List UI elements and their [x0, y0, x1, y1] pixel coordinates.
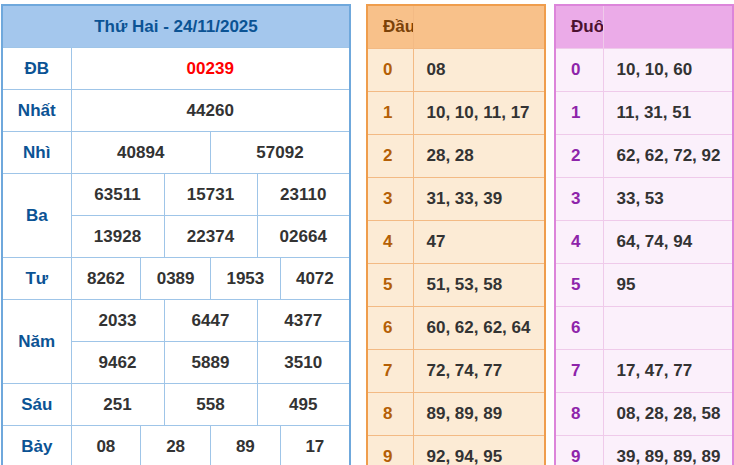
dau-numbers: 72, 74, 77	[413, 350, 545, 393]
duoi-row: 333, 53	[555, 178, 733, 221]
prize-row: Năm203364474377	[2, 300, 350, 342]
prize-value: 8262	[71, 258, 141, 300]
dau-digit: 3	[367, 178, 413, 221]
dau-digit: 5	[367, 264, 413, 307]
duoi-digit: 0	[555, 49, 603, 92]
dau-digit: 7	[367, 350, 413, 393]
prize-value: 17	[280, 426, 350, 465]
dau-digit: 6	[367, 307, 413, 350]
duoi-numbers: 17, 47, 77	[603, 350, 733, 393]
duoi-digit: 8	[555, 393, 603, 436]
dau-numbers: 31, 33, 39	[413, 178, 545, 221]
duoi-header-empty	[603, 5, 733, 49]
prize-value: 13928	[71, 216, 164, 258]
prize-row: Nhì4089457092	[2, 132, 350, 174]
draw-date-title: Thứ Hai - 24/11/2025	[2, 5, 350, 48]
prize-value: 495	[257, 384, 350, 426]
dau-numbers: 92, 94, 95	[413, 436, 545, 465]
results-table: Thứ Hai - 24/11/2025 ĐB00239Nhất44260Nhì…	[1, 4, 351, 465]
duoi-numbers: 10, 10, 60	[603, 49, 733, 92]
duoi-digit: 1	[555, 92, 603, 135]
duoi-numbers: 33, 53	[603, 178, 733, 221]
prize-value: 08	[71, 426, 141, 465]
dau-numbers: 47	[413, 221, 545, 264]
prize-value: 6447	[164, 300, 257, 342]
duoi-digit: 2	[555, 135, 603, 178]
dau-digit: 8	[367, 393, 413, 436]
dau-table: Đầu 008110, 10, 11, 17228, 28331, 33, 39…	[366, 4, 546, 465]
dau-digit: 1	[367, 92, 413, 135]
duoi-numbers	[603, 307, 733, 350]
prize-value: 40894	[71, 132, 211, 174]
duoi-row: 6	[555, 307, 733, 350]
duoi-digit: 4	[555, 221, 603, 264]
dau-row: 551, 53, 58	[367, 264, 545, 307]
prize-value: 63511	[71, 174, 164, 216]
prize-value: 0389	[141, 258, 211, 300]
prize-value: 15731	[164, 174, 257, 216]
dau-numbers: 51, 53, 58	[413, 264, 545, 307]
duoi-row: 010, 10, 60	[555, 49, 733, 92]
dau-row: 110, 10, 11, 17	[367, 92, 545, 135]
dau-row: 889, 89, 89	[367, 393, 545, 436]
dau-digit: 0	[367, 49, 413, 92]
prize-row: Nhất44260	[2, 90, 350, 132]
prize-value: 9462	[71, 342, 164, 384]
prize-label: Nhì	[2, 132, 71, 174]
prize-label: ĐB	[2, 48, 71, 90]
prize-value: 2033	[71, 300, 164, 342]
prize-value: 3510	[257, 342, 350, 384]
dau-numbers: 89, 89, 89	[413, 393, 545, 436]
dau-row: 008	[367, 49, 545, 92]
duoi-row: 111, 31, 51	[555, 92, 733, 135]
results-header-row: Thứ Hai - 24/11/2025	[2, 5, 350, 48]
prize-value: 1953	[211, 258, 281, 300]
duoi-row: 595	[555, 264, 733, 307]
dau-numbers: 28, 28	[413, 135, 545, 178]
dau-header-empty	[413, 5, 545, 49]
prize-value: 02664	[257, 216, 350, 258]
prize-label: Nhất	[2, 90, 71, 132]
dau-numbers: 10, 10, 11, 17	[413, 92, 545, 135]
prize-value: 28	[141, 426, 211, 465]
duoi-digit: 7	[555, 350, 603, 393]
prize-label: Ba	[2, 174, 71, 258]
dau-row: 228, 28	[367, 135, 545, 178]
duoi-row: 262, 62, 72, 92	[555, 135, 733, 178]
dau-numbers: 60, 62, 62, 64	[413, 307, 545, 350]
prize-row: Sáu251558495	[2, 384, 350, 426]
duoi-numbers: 39, 89, 89, 89	[603, 436, 733, 465]
prize-label: Bảy	[2, 426, 71, 465]
prize-value: 22374	[164, 216, 257, 258]
prize-row: Ba635111573123110	[2, 174, 350, 216]
duoi-header-label: Đuôi	[555, 5, 603, 49]
prize-value: 251	[71, 384, 164, 426]
duoi-numbers: 11, 31, 51	[603, 92, 733, 135]
prize-value: 00239	[71, 48, 350, 90]
dau-numbers: 08	[413, 49, 545, 92]
duoi-row: 464, 74, 94	[555, 221, 733, 264]
prize-value: 4072	[280, 258, 350, 300]
duoi-numbers: 08, 28, 28, 58	[603, 393, 733, 436]
duoi-numbers: 95	[603, 264, 733, 307]
prize-value: 4377	[257, 300, 350, 342]
prize-label: Năm	[2, 300, 71, 384]
dau-row: 447	[367, 221, 545, 264]
dau-row: 660, 62, 62, 64	[367, 307, 545, 350]
prize-value: 5889	[164, 342, 257, 384]
dau-digit: 4	[367, 221, 413, 264]
prize-value: 23110	[257, 174, 350, 216]
duoi-digit: 3	[555, 178, 603, 221]
duoi-row: 939, 89, 89, 89	[555, 436, 733, 465]
prize-row: Bảy08288917	[2, 426, 350, 465]
dau-row: 772, 74, 77	[367, 350, 545, 393]
duoi-table: Đuôi 010, 10, 60111, 31, 51262, 62, 72, …	[554, 4, 734, 465]
prize-value: 89	[211, 426, 281, 465]
dau-header-row: Đầu	[367, 5, 545, 49]
prize-row: Tư8262038919534072	[2, 258, 350, 300]
duoi-digit: 5	[555, 264, 603, 307]
dau-row: 331, 33, 39	[367, 178, 545, 221]
dau-digit: 9	[367, 436, 413, 465]
prize-label: Tư	[2, 258, 71, 300]
dau-digit: 2	[367, 135, 413, 178]
